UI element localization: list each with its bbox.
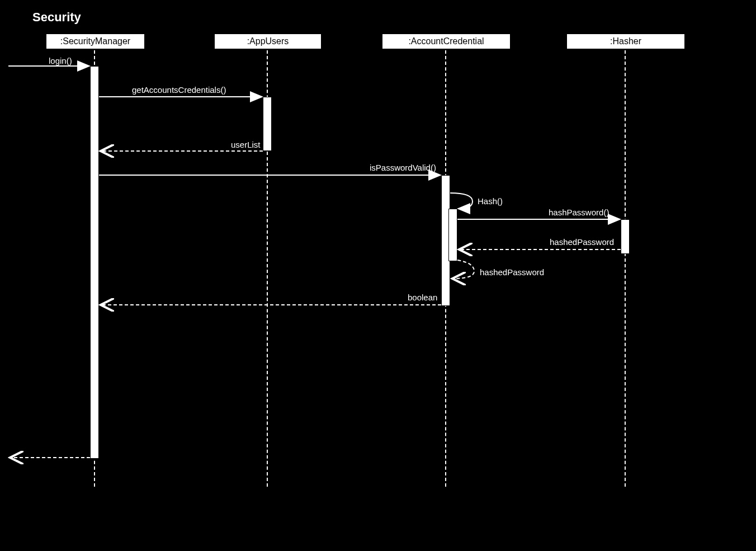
label-is-password-valid: isPasswordValid() (370, 163, 436, 172)
label-get-accounts-credentials: getAccountsCredentials() (132, 85, 226, 95)
participant-app-users: :AppUsers (214, 34, 322, 49)
label-hash-password: hashPassword() (549, 208, 609, 217)
participant-hasher: :Hasher (566, 34, 685, 49)
label-login: login() (49, 56, 72, 65)
label-hashed-password-return: hashedPassword (480, 267, 544, 277)
label-hash: Hash() (478, 196, 503, 206)
participant-security-manager: :SecurityManager (46, 34, 145, 49)
activation-security-manager (90, 66, 99, 459)
label-boolean: boolean (408, 293, 437, 302)
diagram-title: Security (32, 10, 81, 25)
activation-hasher (621, 219, 630, 254)
arrows-svg (0, 0, 756, 551)
lifeline-hasher (625, 50, 626, 487)
participant-account-credential: :AccountCredential (382, 34, 511, 49)
label-hashed-password: hashedPassword (550, 237, 614, 247)
activation-account-credential-hash (448, 209, 457, 261)
label-user-list: userList (231, 140, 261, 149)
activation-app-users (263, 97, 272, 151)
